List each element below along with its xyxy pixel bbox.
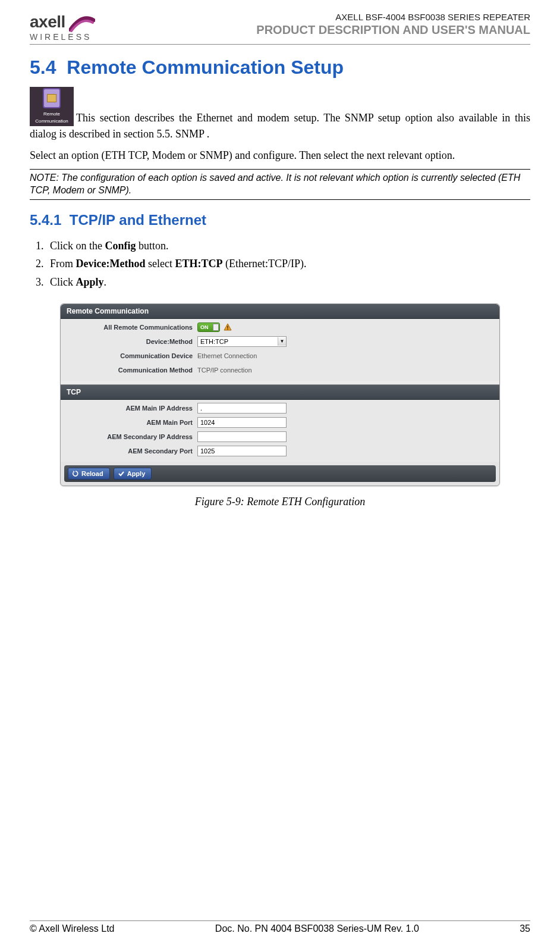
intro-text-1: This section describes the Ethernet and … [30,112,530,140]
main-ip-label: AEM Main IP Address [61,405,197,412]
toggle-handle-icon [213,324,219,331]
reload-icon [72,470,79,477]
sec-ip-input[interactable] [197,431,287,442]
panel-rc-title: Remote Communication [61,304,499,319]
header-title-line1: AXELL BSF-4004 BSF0038 SERIES REPEATER [256,12,530,22]
main-port-input[interactable] [197,417,287,428]
subsection-title: TCP/IP and Ethernet [70,212,206,228]
device-method-value: ETH:TCP [200,338,228,345]
check-icon [118,470,125,477]
panel-tcp-title: TCP [61,384,499,400]
footer-right: 35 [520,923,530,934]
all-comm-label: All Remote Communications [61,324,197,331]
page-footer: © Axell Wireless Ltd Doc. No. PN 4004 BS… [30,920,530,934]
sec-ip-label: AEM Secondary IP Address [61,433,197,440]
comm-method-label: Communication Method [61,367,197,374]
warning-icon [224,323,232,331]
subsection-number: 5.4.1 [30,212,61,228]
sec-port-label: AEM Secondary Port [61,447,197,455]
comm-device-label: Communication Device [61,352,197,359]
apply-button[interactable]: Apply [114,468,152,480]
comm-device-value: Ethernet Connection [197,352,257,359]
sim-card-icon [43,88,61,108]
logo-subtitle: WIRELESS [30,32,92,42]
logo-swoosh-icon [69,12,95,32]
intro-text-2: Select an option (ETH TCP, Modem or SNMP… [30,148,530,163]
step-1: Click on the Config button. [46,237,530,255]
button-bar: Reload Apply [64,465,496,482]
main-ip-input[interactable] [197,403,287,414]
sec-port-input[interactable] [197,446,287,456]
chevron-down-icon: ▼ [278,337,286,346]
reload-button[interactable]: Reload [68,468,110,480]
panel-rc-body: All Remote Communications ON Device:Meth… [61,319,499,381]
sim-chip-icon [47,94,56,102]
section-heading: 5.4 Remote Communication Setup [30,57,530,79]
section-title: Remote Communication Setup [67,57,344,78]
page-header: axell WIRELESS AXELL BSF-4004 BSF0038 SE… [30,12,530,45]
footer-left: © Axell Wireless Ltd [30,923,115,934]
note-box: NOTE: The configuration of each option i… [30,169,530,200]
svg-rect-0 [227,326,228,328]
section-number: 5.4 [30,57,56,78]
step-3: Click Apply. [46,273,530,292]
header-title-line2: PRODUCT DESCRIPTION AND USER'S MANUAL [256,23,530,37]
device-method-label: Device:Method [61,338,197,345]
panel-tcp-body: AEM Main IP Address AEM Main Port AEM Se… [61,400,499,462]
logo: axell WIRELESS [30,12,95,42]
icon-label-line1: Remote [43,111,60,118]
figure-caption: Figure 5-9: Remote ETH Configuration [30,496,530,508]
subsection-heading: 5.4.1 TCP/IP and Ethernet [30,212,530,228]
comm-method-value: TCP/IP connection [197,367,252,374]
intro-paragraph: Remote Communication This section descri… [30,87,530,142]
logo-text: axell [30,12,65,32]
config-screenshot: Remote Communication All Remote Communic… [60,303,500,486]
all-comm-toggle[interactable]: ON [197,322,220,332]
header-title: AXELL BSF-4004 BSF0038 SERIES REPEATER P… [256,12,530,37]
main-port-label: AEM Main Port [61,419,197,426]
svg-rect-1 [227,328,228,330]
icon-label-line2: Communication [35,118,68,125]
footer-center: Doc. No. PN 4004 BSF0038 Series-UM Rev. … [215,923,419,934]
device-method-dropdown[interactable]: ETH:TCP ▼ [197,336,287,347]
steps-list: Click on the Config button. From Device:… [46,237,530,292]
step-2: From Device:Method select ETH:TCP (Ether… [46,255,530,273]
remote-comm-icon: Remote Communication [30,87,74,126]
